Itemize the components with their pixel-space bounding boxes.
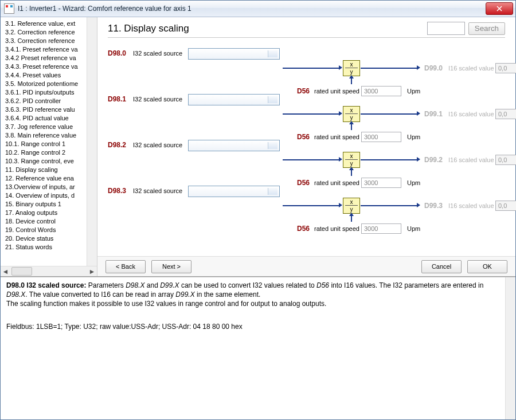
rate-unit: Upm [407, 225, 420, 232]
window-title: I1 : Inverter1 - Wizard: Comfort referen… [18, 5, 486, 13]
d56-param: D56 [297, 133, 310, 141]
rate-label: rated unit speed [314, 134, 359, 140]
sidebar-item[interactable]: 3.5. Motorized potentiome [5, 80, 87, 88]
param-row: D98.2I32 scaled sourcexyD99.2I16 scaled … [108, 141, 505, 187]
d99-param: D99.2 [424, 156, 443, 164]
xy-divider-icon: xy [343, 198, 360, 214]
sidebar-item[interactable]: 14. Overview of inputs, d [5, 191, 87, 200]
rate-label: rated unit speed [314, 225, 359, 232]
xy-divider-icon: xy [343, 106, 360, 122]
d98-param: D98.2 [108, 141, 126, 149]
sidebar-item[interactable]: 11. Display scaling [5, 166, 87, 174]
upper-pane: 3.1. Reference value, ext3.2. Correction… [1, 17, 515, 277]
help-line-2: The scaling function makes it possible t… [6, 299, 499, 308]
cancel-button[interactable]: Cancel [421, 260, 462, 273]
back-button[interactable]: < Back [105, 260, 146, 273]
src-label: I32 scaled source [133, 142, 182, 148]
rate-label: rated unit speed [314, 179, 359, 186]
source-select[interactable] [188, 186, 280, 197]
sidebar-item[interactable]: 3.4.2 Preset reference va [5, 54, 87, 62]
close-icon [497, 6, 502, 11]
sidebar-scrollbar-v[interactable] [87, 17, 97, 266]
d99-param: D99.0 [424, 64, 443, 72]
next-button[interactable]: Next > [151, 260, 191, 273]
sidebar-item[interactable]: 3.3. Correction reference [5, 37, 87, 45]
xy-divider-icon: xy [343, 60, 360, 76]
rate-label: rated unit speed [314, 88, 359, 95]
divider [108, 37, 505, 38]
sidebar-scrollbar-h[interactable]: ◄ ► [1, 266, 97, 276]
rate-unit: Upm [407, 179, 420, 186]
out-value: 0,0 [495, 109, 516, 119]
source-select[interactable] [188, 94, 280, 105]
param-row: D98.0I32 scaled sourcexyD99.0I16 scaled … [108, 49, 505, 95]
sidebar-item[interactable]: 3.2. Correction reference [5, 28, 87, 37]
param-row: D98.1I32 scaled sourcexyD99.1I16 scaled … [108, 95, 505, 141]
scroll-right-icon[interactable]: ► [87, 267, 97, 276]
d98-param: D98.1 [108, 95, 126, 103]
d56-param: D56 [297, 225, 310, 233]
search-input[interactable] [427, 22, 465, 35]
titlebar: I1 : Inverter1 - Wizard: Comfort referen… [1, 1, 515, 17]
app-icon [4, 3, 14, 14]
param-row: D98.3I32 scaled sourcexyD99.3I16 scaled … [108, 187, 505, 233]
sidebar-item[interactable]: 10.3. Range control, eve [5, 157, 87, 166]
sidebar-item[interactable]: 12. Reference value ena [5, 174, 87, 183]
rate-value: 3000 [361, 223, 401, 234]
out-label: I16 scaled value [448, 111, 494, 117]
d56-param: D56 [297, 87, 310, 95]
sidebar-item[interactable]: 3.1. Reference value, ext [5, 19, 87, 28]
help-scrollbar[interactable] [505, 277, 515, 419]
d99-param: D99.1 [424, 110, 443, 118]
sidebar-item[interactable]: 3.7. Jog reference value [5, 123, 87, 131]
src-label: I32 scaled source [133, 96, 182, 103]
window: I1 : Inverter1 - Wizard: Comfort referen… [0, 0, 516, 420]
d99-param: D99.3 [424, 202, 443, 210]
rate-unit: Upm [407, 88, 420, 95]
help-heading: D98.0 I32 scaled source: [6, 281, 86, 289]
sidebar-item[interactable]: 3.6.4. PID actual value [5, 114, 87, 123]
sidebar-item[interactable]: 3.6.2. PID controller [5, 97, 87, 105]
page-title: 11. Display scaling [108, 23, 427, 34]
header-row: 11. Display scaling Search [108, 22, 505, 35]
sidebar-item[interactable]: 15. Binary outputs 1 [5, 200, 87, 209]
sidebar-item[interactable]: 10.1. Range control 1 [5, 140, 87, 148]
sidebar-item[interactable]: 13.Overview of inputs, ar [5, 183, 87, 191]
main-pane: 11. Display scaling Search D98.0I32 scal… [97, 17, 515, 276]
sidebar-item[interactable]: 3.4.3. Preset reference va [5, 62, 87, 71]
sidebar-item[interactable]: 19. Control Words [5, 226, 87, 234]
close-button[interactable] [486, 2, 513, 15]
d98-param: D98.3 [108, 187, 126, 195]
sidebar-tree[interactable]: 3.1. Reference value, ext3.2. Correction… [1, 17, 87, 266]
src-label: I32 scaled source [133, 187, 182, 194]
sidebar-item[interactable]: 3.6.1. PID inputs/outputs [5, 88, 87, 97]
source-select[interactable] [188, 48, 280, 60]
sidebar-item[interactable]: 21. Status words [5, 243, 87, 252]
help-line-3: Fieldbus: 1LSB=1; Type: U32; raw value:U… [6, 322, 499, 331]
out-value: 0,0 [495, 63, 516, 73]
ok-button[interactable]: OK [467, 260, 507, 273]
sidebar-item[interactable]: 3.8. Main reference value [5, 131, 87, 140]
help-text: D98.0 I32 scaled source: Parameters D98.… [1, 277, 505, 419]
sidebar-item[interactable]: 3.6.3. PID reference valu [5, 105, 87, 114]
source-select[interactable] [188, 140, 280, 151]
sidebar-item[interactable]: 3.4.4. Preset values [5, 71, 87, 80]
sidebar-item[interactable]: 18. Device control [5, 217, 87, 226]
scroll-left-icon[interactable]: ◄ [1, 267, 10, 276]
out-label: I16 scaled value [448, 156, 494, 163]
sidebar-item[interactable]: 3.4.1. Preset reference va [5, 45, 87, 54]
wizard-footer: < Back Next > Cancel OK [97, 256, 515, 276]
rate-unit: Upm [407, 134, 420, 140]
sidebar-item[interactable]: 20. Device status [5, 234, 87, 243]
d56-param: D56 [297, 179, 310, 187]
sidebar-item[interactable]: 10.2. Range control 2 [5, 148, 87, 157]
sidebar-item[interactable]: 17. Analog outputs [5, 209, 87, 217]
help-pane: D98.0 I32 scaled source: Parameters D98.… [1, 277, 515, 419]
d98-param: D98.0 [108, 49, 126, 57]
xy-divider-icon: xy [343, 152, 360, 168]
search-button[interactable]: Search [468, 22, 505, 35]
out-value: 0,0 [495, 155, 516, 165]
scroll-thumb[interactable] [11, 267, 32, 276]
src-label: I32 scaled source [133, 50, 182, 57]
out-label: I16 scaled value [448, 65, 494, 72]
